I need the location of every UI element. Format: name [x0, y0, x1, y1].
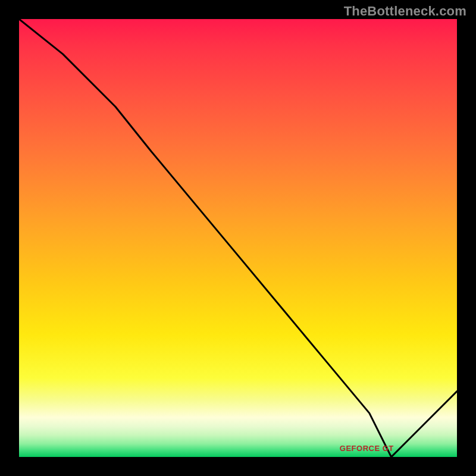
plot-area: GEFORCE GT	[19, 19, 457, 457]
bottleneck-curve	[19, 19, 457, 457]
watermark: TheBottleneck.com	[344, 4, 466, 19]
chart-container: TheBottleneck.com GEFORCE GT	[0, 0, 476, 476]
x-axis-marker: GEFORCE GT	[340, 444, 394, 453]
